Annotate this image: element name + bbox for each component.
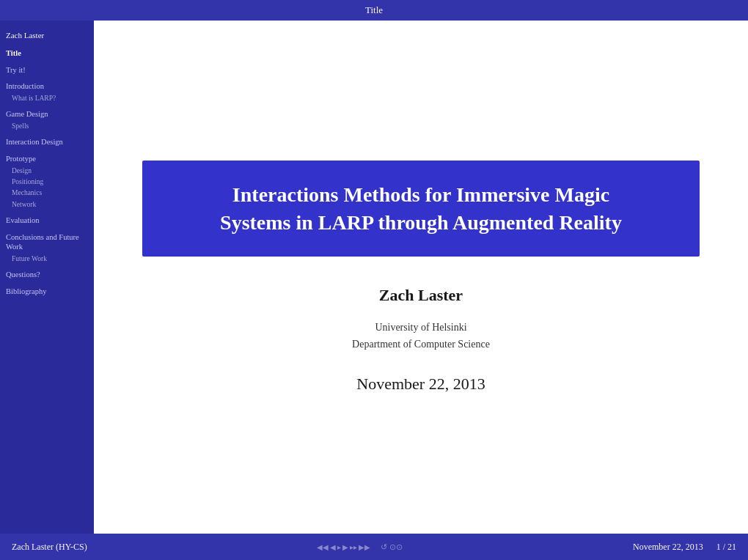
bottom-navigation[interactable]: ◀◀ ◀ ▸ ▶ ▸▸ ▶▶ ↺ ⊙⊙	[317, 542, 403, 552]
slide-date: November 22, 2013	[142, 375, 700, 394]
slide-author: Zach Laster	[142, 286, 700, 305]
main-content: Interactions Methods for Immersive Magic…	[94, 21, 748, 534]
nav-prev2-icon[interactable]: ▸	[337, 543, 341, 551]
slide-content: Interactions Methods for Immersive Magic…	[142, 161, 700, 394]
sidebar-item-gamedesign[interactable]: Game Design	[6, 109, 88, 119]
slide-affiliation: University of Helsinki Department of Com…	[142, 320, 700, 353]
nav-last-icon[interactable]: ▶▶	[359, 543, 370, 551]
sidebar-item-questions[interactable]: Questions?	[6, 270, 88, 280]
bottom-right-info: November 22, 2013 1 / 21	[633, 542, 736, 553]
sidebar-item-mechanics[interactable]: Mechanics	[6, 188, 88, 197]
sidebar: Zach Laster Title Try it! Introduction W…	[0, 21, 94, 534]
sidebar-item-network[interactable]: Network	[6, 200, 88, 209]
sidebar-item-whatis[interactable]: What is LARP?	[6, 94, 88, 103]
nav-icons[interactable]: ◀◀ ◀ ▸ ▶ ▸▸ ▶▶	[317, 543, 370, 551]
sidebar-item-tryit[interactable]: Try it!	[6, 65, 88, 75]
sidebar-item-conclusions[interactable]: Conclusions and Future Work	[6, 232, 88, 252]
sidebar-item-prototype[interactable]: Prototype	[6, 154, 88, 164]
sidebar-item-futurework[interactable]: Future Work	[6, 254, 88, 263]
bottom-bar: Zach Laster (HY-CS) ◀◀ ◀ ▸ ▶ ▸▸ ▶▶ ↺ ⊙⊙ …	[0, 534, 748, 560]
top-bar: Title	[0, 0, 748, 21]
bottom-page: 1 / 21	[716, 542, 736, 552]
sidebar-author: Zach Laster	[6, 31, 88, 40]
nav-first-icon[interactable]: ◀◀	[317, 543, 329, 551]
sidebar-item-spells[interactable]: Spells	[6, 122, 88, 130]
nav-prev-icon[interactable]: ◀	[330, 543, 336, 551]
top-bar-title: Title	[365, 4, 383, 16]
undo-icon[interactable]: ↺	[381, 542, 387, 552]
sidebar-item-bibliography[interactable]: Bibliography	[6, 287, 88, 297]
title-box: Interactions Methods for Immersive Magic…	[142, 161, 700, 257]
undo-area[interactable]: ↺ ⊙⊙	[381, 542, 403, 552]
zoom-icon[interactable]: ⊙⊙	[389, 542, 403, 552]
bottom-author: Zach Laster (HY-CS)	[12, 542, 87, 553]
sidebar-item-design[interactable]: Design	[6, 166, 88, 175]
sidebar-item-title[interactable]: Title	[6, 48, 88, 59]
sidebar-item-introduction[interactable]: Introduction	[6, 81, 88, 92]
sidebar-item-interactiondesign[interactable]: Interaction Design	[6, 137, 88, 147]
nav-next-icon[interactable]: ▶	[342, 543, 348, 551]
slide-title: Interactions Methods for Immersive Magic…	[172, 181, 670, 237]
bottom-date: November 22, 2013	[633, 542, 703, 552]
sidebar-item-positioning[interactable]: Positioning	[6, 177, 88, 186]
nav-next2-icon[interactable]: ▸▸	[350, 543, 357, 551]
sidebar-item-evaluation[interactable]: Evaluation	[6, 215, 88, 226]
